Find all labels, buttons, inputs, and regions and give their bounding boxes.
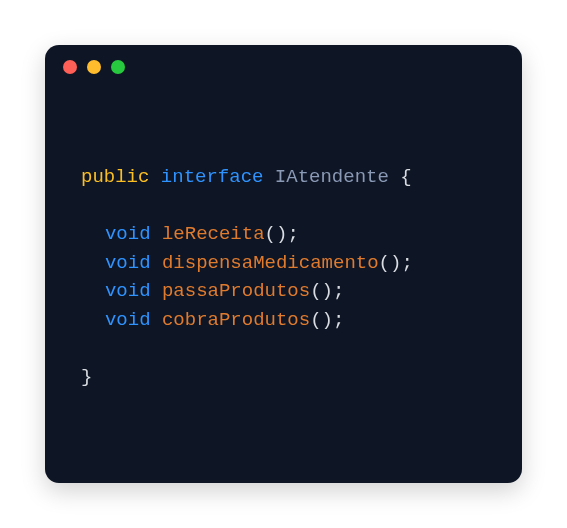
space — [389, 166, 400, 188]
space — [151, 252, 162, 274]
keyword-public: public — [81, 166, 149, 188]
paren-semi: (); — [310, 280, 344, 302]
keyword-void: void — [105, 309, 151, 331]
space — [263, 166, 274, 188]
titlebar — [45, 45, 522, 89]
zoom-icon[interactable] — [111, 60, 125, 74]
space — [151, 280, 162, 302]
keyword-interface: interface — [161, 166, 264, 188]
space — [151, 223, 162, 245]
code-window: public interface IAtendente { void leRec… — [45, 45, 522, 483]
open-brace: { — [400, 166, 411, 188]
method-name: dispensaMedicamento — [162, 252, 379, 274]
space — [149, 166, 160, 188]
type-name: IAtendente — [275, 166, 389, 188]
method-line: void leReceita(); — [81, 220, 502, 249]
blank-line — [81, 334, 502, 363]
method-name: cobraProdutos — [162, 309, 310, 331]
close-line: } — [81, 363, 502, 392]
paren-semi: (); — [265, 223, 299, 245]
close-icon[interactable] — [63, 60, 77, 74]
method-name: leReceita — [162, 223, 265, 245]
stage: public interface IAtendente { void leRec… — [0, 0, 567, 528]
decl-line: public interface IAtendente { — [81, 163, 502, 192]
close-brace: } — [81, 366, 92, 388]
blank-line — [81, 192, 502, 221]
method-name: passaProdutos — [162, 280, 310, 302]
keyword-void: void — [105, 280, 151, 302]
code-block: public interface IAtendente { void leRec… — [81, 163, 502, 391]
method-line: void passaProdutos(); — [81, 277, 502, 306]
method-line: void cobraProdutos(); — [81, 306, 502, 335]
method-line: void dispensaMedicamento(); — [81, 249, 502, 278]
keyword-void: void — [105, 252, 151, 274]
minimize-icon[interactable] — [87, 60, 101, 74]
paren-semi: (); — [310, 309, 344, 331]
space — [151, 309, 162, 331]
paren-semi: (); — [379, 252, 413, 274]
keyword-void: void — [105, 223, 151, 245]
